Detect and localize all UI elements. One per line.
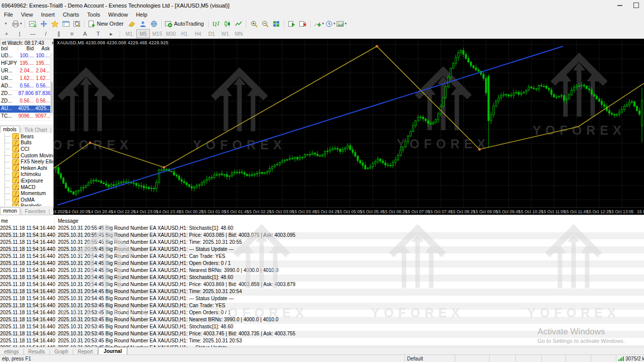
navigator-item-heiken-ashi[interactable]: ƒHeiken Ashi <box>0 165 53 171</box>
navigator-item-bulls[interactable]: ƒBulls <box>0 140 53 146</box>
tester-tab-report[interactable]: Report <box>73 348 97 355</box>
navigator-item-custom-moving-a[interactable]: ƒCustom Moving A <box>0 152 53 159</box>
tester-tab-graph[interactable]: Graph <box>50 348 72 355</box>
market-watch-row[interactable]: AU...4025....4025.... <box>0 106 53 113</box>
text-label-tool-icon[interactable]: T <box>92 29 105 38</box>
strategy-tester-icon[interactable] <box>71 19 83 28</box>
journal-row[interactable]: 2025.11.18 11:54:16.4402025.10.31 20:53:… <box>0 324 644 331</box>
journal-row[interactable]: 2025.11.18 11:54:16.4402025.10.31 20:54:… <box>0 289 644 296</box>
journal-row[interactable]: 2025.11.18 11:54:16.4402025.10.31 20:54:… <box>0 296 644 303</box>
horizontal-line-tool-icon[interactable]: — <box>26 29 39 38</box>
market-watch-row[interactable]: UD...100....100.... <box>0 53 53 60</box>
journal-row[interactable]: 2025.11.18 11:54:16.4402025.10.31 20:53:… <box>0 310 644 317</box>
menu-file[interactable]: File <box>0 11 17 18</box>
text-tool-icon[interactable]: A <box>78 29 92 38</box>
menu-view[interactable]: View <box>17 11 37 18</box>
journal-row[interactable]: 2025.11.18 11:54:16.4402025.10.31 20:55:… <box>0 239 644 246</box>
timeframe-h1[interactable]: H1 <box>178 30 191 38</box>
market-watch-row[interactable]: ZD...0.56...0.56... <box>0 98 53 106</box>
status-profile[interactable]: Default <box>405 355 455 362</box>
timeframe-m5[interactable]: M5 <box>136 29 150 38</box>
zoom-out-icon[interactable] <box>260 19 271 28</box>
timeframe-w1[interactable]: W1 <box>219 30 231 38</box>
menu-charts[interactable]: Charts <box>59 11 83 18</box>
navigator-item-fx5-neely-elliot-w[interactable]: ƒFX5 Neely Elliot W <box>0 158 53 165</box>
terminal-icon[interactable] <box>137 19 148 28</box>
new-chart-icon[interactable] <box>27 19 38 28</box>
journal-row[interactable]: 2025.11.18 11:54:16.4402025.10.31 20:54:… <box>0 267 644 275</box>
journal-row[interactable]: 2025.11.18 11:54:16.4402025.10.31 20:55:… <box>0 246 644 253</box>
navigator-item-ichimoku[interactable]: ƒIchimoku <box>0 171 53 178</box>
templates-icon[interactable]: ▾ <box>336 19 347 28</box>
menu-tools[interactable]: Tools <box>83 11 104 18</box>
market-watch-row[interactable]: HFJPY195....195.... <box>0 60 53 68</box>
tester-tab-journal[interactable]: Journal <box>98 347 127 355</box>
data-window-icon[interactable] <box>60 19 71 28</box>
title-bar[interactable]: 69649962: Exness-Trial8 - Demo Account -… <box>0 0 644 11</box>
navigator-item-iexposure[interactable]: ƒiExposure <box>0 177 53 184</box>
market-watch-tab-mbols[interactable]: mbols <box>0 126 20 133</box>
bar-chart-icon[interactable] <box>211 19 222 28</box>
timeframe-m30[interactable]: M30 <box>165 30 177 38</box>
maximize-button[interactable] <box>633 3 639 8</box>
trendline-tool-icon[interactable]: / <box>39 29 52 38</box>
market-watch-icon[interactable] <box>49 19 60 28</box>
navigator-tab-favorites[interactable]: Favorites <box>22 208 48 215</box>
journal-row[interactable]: 2025.11.18 11:54:16.4402025.10.31 20:53:… <box>0 331 644 338</box>
journal-row[interactable]: 2025.11.18 11:54:16.4402025.10.31 20:53:… <box>0 317 644 324</box>
cursor-crosshair-icon[interactable] <box>38 19 49 28</box>
navigator-item-momentum[interactable]: ƒMomentum <box>0 190 53 197</box>
menu-insert[interactable]: Insert <box>37 11 59 18</box>
market-watch-row[interactable]: AD...0.56...0.56... <box>0 83 53 90</box>
journal-row[interactable]: 2025.11.18 11:54:16.4402025.10.31 20:54:… <box>0 282 644 289</box>
market-watch-row[interactable]: UR...2.04...2.04... <box>0 68 53 75</box>
market-watch-tab-tick-chart[interactable]: Tick Chart <box>22 127 49 133</box>
vertical-line-tool-icon[interactable]: | <box>13 29 26 38</box>
print-icon[interactable]: ▾ <box>11 19 23 28</box>
shapes-tool-icon[interactable]: ▸ <box>105 29 118 38</box>
autotrading-button[interactable]: AutoTrading <box>164 19 207 28</box>
journal-row[interactable]: 2025.11.18 11:54:16.4402025.10.31 20:53:… <box>0 338 644 345</box>
time-axis[interactable]: 14 Oct 202514 Oct 20:0514 Oct 20:4514 Oc… <box>53 207 644 215</box>
crosshair-tool-icon[interactable]: + <box>0 29 13 38</box>
zoom-in-icon[interactable] <box>249 19 260 28</box>
market-watch-row[interactable]: TC...9096...9097... <box>0 113 53 121</box>
indicators-icon[interactable]: ▾ <box>313 19 325 28</box>
candlestick-chart[interactable]: YOFOREXYOFOREXYOFOREXYOFOREX <box>54 39 644 207</box>
candlestick-icon[interactable] <box>222 19 233 28</box>
timeframe-m1[interactable]: M1 <box>123 30 135 38</box>
market-watch-row[interactable]: ZD...87.80687.836 <box>0 90 53 98</box>
timeframe-h4[interactable]: H4 <box>192 30 204 38</box>
equidistant-channel-tool-icon[interactable]: ∥ <box>52 29 65 38</box>
timeframe-mn[interactable]: MN <box>232 30 245 38</box>
community-icon[interactable] <box>148 19 159 28</box>
timeframe-d1[interactable]: D1 <box>205 30 218 38</box>
tester-tab-results[interactable]: Results <box>24 348 49 355</box>
timeframe-m15[interactable]: M15 <box>151 30 164 38</box>
chart-type-dropdown-caret[interactable]: ▾ <box>0 19 11 28</box>
navigator-tab-mmon[interactable]: mmon <box>0 207 20 215</box>
journal-row[interactable]: 2025.11.18 11:54:16.4402025.10.31 20:55:… <box>0 232 644 239</box>
chart-shift-icon[interactable] <box>297 19 308 28</box>
journal-row[interactable]: 2025.11.18 11:54:16.4402025.10.31 20:55:… <box>0 225 644 232</box>
periods-icon[interactable]: ▾ <box>325 19 336 28</box>
tile-windows-icon[interactable] <box>271 19 282 28</box>
tester-tab-ettings[interactable]: ettings <box>0 348 23 355</box>
journal-row[interactable]: 2025.11.18 11:54:16.4402025.10.31 20:54:… <box>0 260 644 267</box>
line-chart-icon[interactable] <box>233 19 244 28</box>
navigator-item-bears[interactable]: ƒBears <box>0 133 53 140</box>
navigator-item-cci[interactable]: ƒCCI <box>0 146 53 152</box>
metaeditor-icon[interactable] <box>126 19 137 28</box>
fibonacci-tool-icon[interactable]: ≡ <box>65 29 78 38</box>
journal-row[interactable]: 2025.11.18 11:54:16.4402025.10.31 20:53:… <box>0 303 644 310</box>
journal-row[interactable]: 2025.11.18 11:54:16.4402025.10.31 20:54:… <box>0 253 644 260</box>
chart-area[interactable]: YOFOREXYOFOREXYOFOREXYOFOREX XAUUSD,M5 4… <box>53 39 644 207</box>
menu-help[interactable]: Help <box>132 11 151 18</box>
minimize-button[interactable] <box>617 5 622 6</box>
navigator-item-macd[interactable]: ƒMACD <box>0 184 53 191</box>
auto-scroll-icon[interactable] <box>286 19 297 28</box>
market-watch-row[interactable]: UR...1.62...1.62... <box>0 75 53 83</box>
new-order-button[interactable]: New Order <box>87 19 126 28</box>
journal-row[interactable]: 2025.11.18 11:54:16.4402025.10.31 20:54:… <box>0 275 644 282</box>
navigator-item-osma[interactable]: ƒOsMA <box>0 197 53 203</box>
